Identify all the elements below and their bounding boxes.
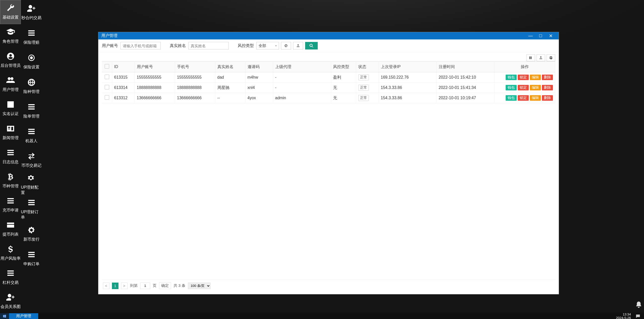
nav-item-币种管理[interactable]: 币种管理 [0,169,21,193]
window-maximize-button[interactable]: □ [536,33,546,38]
useradd-icon [6,293,15,302]
nav-item-后台管理员[interactable]: 后台管理员 [0,48,21,72]
row-checkbox[interactable] [105,75,109,79]
nav-item-实名认证[interactable]: 实名认证 [0,96,21,121]
filter-settings-button[interactable] [281,42,291,49]
notifications-button[interactable] [635,301,642,309]
cell-risk: 盈利 [331,72,356,83]
page-next-button[interactable]: > [121,283,128,289]
filter-name-label: 真实姓名 [170,43,186,48]
col-invite[interactable]: 邀请码 [245,62,273,72]
goto-page-input[interactable] [140,283,150,289]
table-tools [98,54,555,61]
taskbar-active-window[interactable]: 用户管理 [9,313,38,319]
nav-item-币币交易记[interactable]: 币币交易记 [21,148,42,172]
nav-item-日志信息[interactable]: 日志信息 [0,145,21,169]
edit-button[interactable]: 编辑 [530,95,541,101]
col-phone[interactable]: 手机号 [175,62,215,72]
chevron-down-icon: ▾ [275,44,277,47]
system-tray: 13:34 2024-5-26 [616,313,644,319]
lock-button[interactable]: 锁定 [518,75,529,80]
nav-item-label: 角色管理 [3,39,19,44]
nav-item-UP理财配置[interactable]: UP理财配置 [21,172,42,197]
nav-item-会员关系图[interactable]: 会员关系图 [0,289,21,313]
col-realname[interactable]: 真实姓名 [215,62,245,72]
tray-clock[interactable]: 13:34 2024-5-26 [616,313,631,319]
edit-button[interactable]: 编辑 [530,85,541,90]
wallet-button[interactable]: 钱包 [506,95,517,101]
nav-item-label: 保险理赔 [23,40,39,45]
nav-item-提币列表[interactable]: 提币列表 [0,217,21,241]
wrench-icon [6,4,15,12]
col-status[interactable]: 状态 [356,62,379,72]
nav-item-秒合约交易[interactable]: 秒合约交易 [21,0,42,25]
delete-button[interactable]: 删除 [542,95,553,101]
lock-button[interactable]: 锁定 [518,85,529,90]
pagination: < 1 > 到第 页 确定 共 3 条 100 条/页 [102,280,555,292]
wallet-button[interactable]: 钱包 [506,85,517,90]
edit-button[interactable]: 编辑 [530,75,541,80]
status-badge: 正常 [358,85,369,91]
page-prev-button[interactable]: < [103,283,109,289]
row-checkbox[interactable] [105,95,109,100]
row-checkbox[interactable] [105,85,109,89]
col-regtime[interactable]: 注册时间 [436,62,494,72]
nav-item-新闻管理[interactable]: 新闻管理 [0,121,21,145]
search-button[interactable] [305,42,318,49]
cell-upline: - [273,83,331,93]
print-button[interactable] [547,54,555,61]
nav-item-充币申请[interactable]: 充币申请 [0,193,21,217]
nav-item-label: 新币发行 [23,237,39,242]
window-minimize-button[interactable]: — [526,33,536,38]
col-account[interactable]: 用户账号 [135,62,175,72]
nav-item-label: UP理财配置 [21,185,42,195]
nav-item-label: 充币申请 [3,208,19,213]
cell-status: 正常 [356,72,379,83]
export-button[interactable] [537,54,545,61]
delete-button[interactable]: 删除 [542,75,553,80]
cell-upline: - [273,72,331,83]
page-number-current[interactable]: 1 [112,283,118,289]
nav-item-险种管理[interactable]: 险种管理 [21,74,42,98]
col-id[interactable]: ID [112,62,135,72]
goto-confirm-button[interactable]: 确定 [159,282,171,289]
lock-button[interactable]: 锁定 [518,95,529,101]
status-badge: 正常 [358,74,369,80]
col-upline[interactable]: 上级代理 [273,62,331,72]
filter-risk-select[interactable]: 全部 ▾ [256,42,279,49]
cell-realname: 周星驰 [215,83,245,93]
filter-export-button[interactable] [293,42,303,49]
window-close-button[interactable]: ✕ [546,33,556,39]
col-ip[interactable]: 上次登录IP [379,62,436,72]
wallet-button[interactable]: 钱包 [506,75,517,80]
nav-item-保险理赔[interactable]: 保险理赔 [21,25,42,49]
chat-icon[interactable] [635,314,640,319]
nav-item-用户管理[interactable]: 用户管理 [0,72,21,96]
col-risk[interactable]: 风控类型 [331,62,356,72]
usercircle-icon [6,52,15,61]
nav-item-杠杆交易[interactable]: 杠杆交易 [0,265,21,289]
cell-invite: m4hw [245,72,273,83]
dollar-icon [6,245,15,253]
columns-button[interactable] [527,54,535,61]
start-button[interactable] [0,313,9,319]
nav-item-用户风险率[interactable]: 用户风险率 [0,241,21,265]
search-icon [309,43,314,48]
total-count-label: 共 3 条 [174,283,185,288]
cell-ops: 钱包锁定编辑删除 [494,72,555,83]
nav-item-新币发行[interactable]: 新币发行 [21,222,42,246]
nav-item-申购订单[interactable]: 申购订单 [21,246,42,271]
idcard-icon [6,124,15,133]
nav-item-险单管理[interactable]: 险单管理 [21,98,42,123]
filter-account-input[interactable] [120,42,161,49]
list-icon [6,269,15,278]
filter-name-input[interactable] [188,42,229,49]
delete-button[interactable]: 删除 [542,85,553,90]
nav-item-角色管理[interactable]: 角色管理 [0,24,21,48]
nav-item-保险设置[interactable]: 保险设置 [21,49,42,74]
nav-item-UP理财订单[interactable]: UP理财订单 [21,197,42,222]
nav-item-机器人[interactable]: 机器人 [21,123,42,148]
per-page-select[interactable]: 100 条/页 [188,283,211,289]
nav-item-基础设置[interactable]: 基础设置 [0,0,21,24]
select-all-checkbox[interactable] [105,64,109,69]
